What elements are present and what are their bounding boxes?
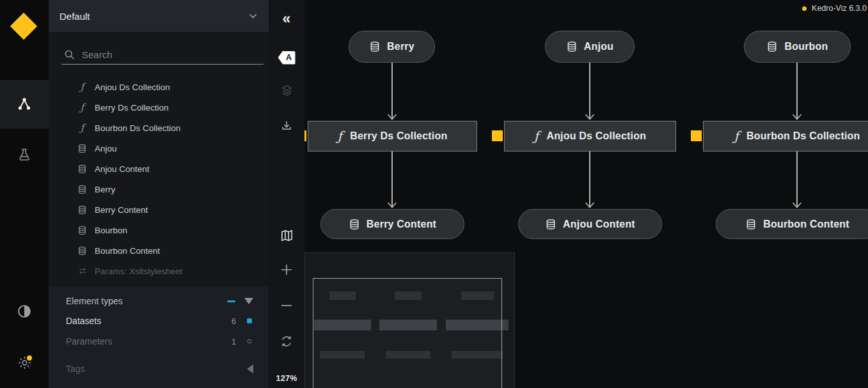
app-rail	[0, 0, 49, 388]
label-tag-icon: A	[278, 51, 296, 65]
graph-node-dataset[interactable]: Berry	[349, 31, 435, 63]
list-item[interactable]: Berry Content	[49, 199, 269, 220]
arrowhead-icon	[792, 202, 802, 208]
minimap-viewport[interactable]	[313, 278, 502, 388]
graph-node-dataset[interactable]: Bourbon	[744, 31, 851, 63]
database-icon	[77, 185, 88, 194]
collapse-triangle-icon[interactable]	[244, 298, 253, 304]
list-item-label: Bourbon Ds Collection	[95, 123, 180, 133]
graph-node-task[interactable]: ƒ Berry Ds Collection	[308, 121, 477, 151]
refresh-icon	[280, 334, 294, 348]
node-label: Bourbon Ds Collection	[746, 130, 860, 142]
indeterminate-check-icon[interactable]	[227, 300, 235, 302]
list-item[interactable]: ƒ Berry Ds Collection	[49, 97, 269, 118]
settings-badge-dot	[27, 355, 32, 361]
pipeline-selector[interactable]: Default	[49, 0, 269, 32]
toolbar: « A	[269, 0, 304, 388]
version-badge: Kedro-Viz 6.3.0	[802, 4, 867, 13]
layers-icon	[280, 83, 294, 98]
database-icon	[766, 41, 778, 52]
flask-icon	[17, 147, 32, 162]
graph-node-task[interactable]: ƒ Anjou Ds Collection	[504, 121, 676, 151]
search-icon	[64, 49, 75, 60]
graph-node-dataset[interactable]: Anjou	[545, 31, 635, 63]
list-item[interactable]: Anjou Content	[49, 159, 269, 179]
list-item-label: Berry	[95, 185, 115, 194]
zoom-in-button[interactable]	[269, 260, 304, 280]
export-button[interactable]	[269, 116, 304, 136]
toggle-minimap-button[interactable]	[269, 225, 304, 245]
list-item[interactable]: Params: Xsltstylesheet	[49, 261, 269, 281]
arrowhead-icon	[792, 114, 802, 120]
reset-zoom-button[interactable]	[269, 331, 304, 352]
filter-label: Datasets	[66, 316, 101, 326]
toggle-layers-button[interactable]	[269, 80, 304, 100]
arrowhead-icon	[585, 202, 595, 208]
nav-flowchart-button[interactable]	[0, 80, 49, 128]
database-icon	[77, 226, 88, 235]
checkbox-off-icon[interactable]	[248, 339, 251, 343]
list-item[interactable]: Bourbon	[49, 220, 269, 240]
flowchart-icon	[16, 96, 33, 113]
list-item[interactable]: ƒ Bourbon Ds Collection	[49, 118, 269, 138]
collapse-sidebar-button[interactable]: «	[269, 8, 304, 29]
list-item[interactable]: ƒ Anjou Ds Collection	[49, 77, 269, 97]
expand-triangle-icon[interactable]	[247, 364, 253, 373]
function-icon: ƒ	[534, 128, 539, 144]
edge	[796, 151, 798, 207]
list-item-label: Anjou Ds Collection	[95, 82, 170, 92]
node-label: Anjou Content	[563, 219, 635, 230]
arrowhead-icon	[387, 114, 397, 120]
list-item-label: Bourbon Content	[95, 246, 160, 256]
edge	[796, 63, 798, 119]
zoom-level-readout: 127%	[269, 374, 304, 383]
edge	[391, 63, 393, 119]
list-item[interactable]: Anjou	[49, 138, 269, 159]
tags-header[interactable]: Tags	[49, 361, 269, 377]
theme-toggle-button[interactable]	[0, 287, 49, 336]
database-icon	[566, 41, 578, 52]
list-item-label: Bourbon	[95, 226, 127, 235]
function-icon: ƒ	[338, 128, 343, 144]
filter-row-datasets[interactable]: Datasets 6	[49, 313, 269, 329]
database-icon	[745, 219, 757, 230]
nav-experiments-button[interactable]	[0, 130, 49, 179]
graph-node-dataset[interactable]: Bourbon Content	[716, 209, 868, 239]
function-icon: ƒ	[77, 123, 88, 133]
graph-node-dataset[interactable]: Berry Content	[320, 209, 464, 239]
minimap	[304, 252, 515, 388]
zoom-out-button[interactable]	[269, 295, 304, 316]
chevron-down-icon	[249, 13, 257, 19]
plus-icon	[280, 263, 293, 276]
settings-button[interactable]	[0, 338, 49, 387]
list-item[interactable]: Berry	[49, 179, 269, 199]
list-item-label: Berry Ds Collection	[95, 103, 169, 113]
edge	[391, 151, 393, 207]
double-chevron-left-icon: «	[283, 12, 291, 26]
node-label: Anjou Ds Collection	[546, 130, 646, 142]
node-label: Bourbon Content	[763, 219, 849, 230]
graph-node-task[interactable]: ƒ Bourbon Ds Collection	[703, 121, 868, 151]
pipeline-selector-value: Default	[59, 11, 90, 22]
parameter-indicator	[492, 130, 503, 141]
kedro-logo-icon	[10, 13, 37, 40]
search-input[interactable]	[82, 49, 264, 60]
sidebar: Default ƒ Anjou Ds Collection ƒ Berry Ds…	[49, 0, 269, 388]
graph-node-dataset[interactable]: Anjou Content	[518, 209, 662, 239]
checkbox-on-icon[interactable]	[247, 318, 252, 323]
edge	[589, 151, 590, 207]
list-item-label: Berry Content	[95, 205, 148, 215]
node-label: Berry Content	[367, 219, 436, 230]
database-icon	[369, 41, 381, 52]
list-item-label: Params: Xsltstylesheet	[95, 267, 182, 276]
database-icon	[545, 219, 556, 230]
database-icon	[77, 246, 88, 256]
version-text: Kedro-Viz 6.3.0	[812, 4, 867, 13]
flowchart-canvas[interactable]: Kedro-Viz 6.3.0 Berry Anjou Bourbon ƒ Be…	[304, 0, 868, 388]
database-icon	[349, 219, 360, 230]
element-types-header[interactable]: Element types	[49, 293, 269, 309]
filter-row-parameters[interactable]: Parameters 1	[49, 333, 269, 350]
toggle-labels-button[interactable]: A	[269, 47, 304, 68]
list-item[interactable]: Bourbon Content	[49, 240, 269, 261]
tags-label: Tags	[66, 364, 85, 374]
